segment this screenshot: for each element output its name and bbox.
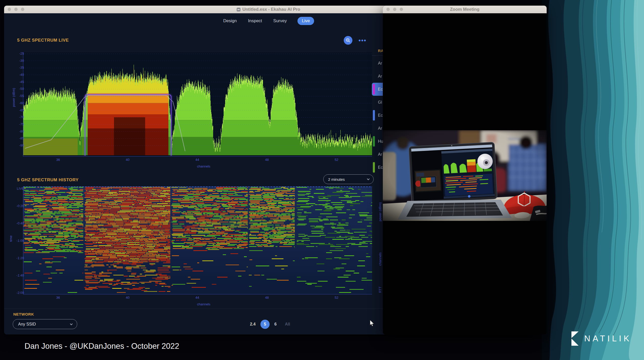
row-label: Ar bbox=[378, 126, 382, 131]
ssid-value: Any SSID bbox=[18, 322, 36, 327]
window-title-text: Zoom Meeting bbox=[450, 7, 479, 12]
natilik-logo: NATILIK bbox=[570, 331, 631, 346]
time-tick-label: -1:20 bbox=[16, 256, 24, 260]
tab-design[interactable]: Design bbox=[223, 17, 237, 25]
y-tick-label: -30 bbox=[19, 59, 24, 63]
y-tick-label: -35 bbox=[19, 66, 24, 69]
spectrum-live-plot[interactable]: 3640444852 bbox=[23, 52, 372, 157]
time-tick-label: -0:40 bbox=[16, 221, 24, 225]
history-y-axis-label: time bbox=[9, 231, 13, 246]
time-tick-label: LIVE bbox=[17, 187, 24, 190]
row-label: Ec bbox=[378, 165, 383, 170]
mouse-cursor bbox=[370, 320, 376, 328]
magnifier-minus-icon bbox=[346, 38, 350, 43]
natilik-logo-mark-icon bbox=[570, 331, 580, 346]
zoom-titlebar[interactable]: Zoom Meeting bbox=[383, 6, 547, 13]
row-label: Ar bbox=[378, 74, 382, 79]
row-label: Ec bbox=[378, 87, 383, 92]
panel-menu-button[interactable]: ••• bbox=[359, 37, 366, 44]
time-tick-label: -1:00 bbox=[16, 239, 24, 243]
x-tick-label: 52 bbox=[335, 296, 338, 299]
live-x-axis-label: channels bbox=[187, 164, 220, 168]
hidden-power-axis-label: power (dBm) bbox=[378, 198, 382, 226]
x-tick-label: 52 bbox=[335, 158, 338, 162]
chevron-down-icon bbox=[367, 178, 370, 181]
row-label: Ec bbox=[378, 113, 383, 118]
hidden-rtt-axis-label: RTT bbox=[378, 283, 382, 296]
band-6-button[interactable]: 6 bbox=[274, 320, 277, 329]
tab-live[interactable]: Live bbox=[297, 17, 314, 25]
row-label: Ar bbox=[378, 152, 382, 157]
time-tick-label: -2:00 bbox=[16, 291, 24, 295]
natilik-logo-text: NATILIK bbox=[584, 334, 631, 343]
document-proxy-icon bbox=[237, 8, 240, 11]
window-title: Zoom Meeting bbox=[383, 6, 547, 13]
tab-survey[interactable]: Survey bbox=[273, 17, 287, 25]
x-tick-label: 40 bbox=[126, 296, 129, 299]
y-tick-label: -90 bbox=[19, 143, 24, 147]
row-color-bar bbox=[373, 162, 375, 173]
spectrum-history-plot[interactable]: 3640444852 bbox=[23, 186, 372, 294]
y-tick-label: -55 bbox=[19, 94, 24, 98]
history-range-select[interactable]: 2 minutes bbox=[323, 174, 374, 184]
y-tick-label: -75 bbox=[19, 122, 24, 126]
zoom-meeting-window: Zoom Meeting bbox=[383, 6, 547, 334]
x-tick-label: 44 bbox=[195, 296, 199, 299]
history-range-value: 2 minutes bbox=[328, 177, 345, 182]
y-tick-label: -40 bbox=[19, 73, 24, 77]
window-title-text: Untitled.esx - Ekahau AI Pro bbox=[242, 7, 300, 12]
hidden-channels-axis-label: channels bbox=[378, 249, 382, 269]
spectrum-history-canvas[interactable] bbox=[23, 186, 372, 294]
y-tick-label: -85 bbox=[19, 136, 24, 140]
x-tick-label: 44 bbox=[195, 158, 199, 162]
row-label: Gl bbox=[378, 100, 382, 105]
y-tick-label: -25 bbox=[19, 52, 24, 55]
band-5-button[interactable]: 5 bbox=[260, 320, 270, 329]
y-tick-label: -45 bbox=[19, 80, 24, 84]
chevron-down-icon bbox=[70, 323, 73, 326]
y-tick-label: -60 bbox=[19, 101, 24, 105]
y-tick-label: -50 bbox=[19, 87, 24, 91]
row-color-bar bbox=[373, 84, 375, 94]
x-tick-label: 48 bbox=[265, 158, 269, 162]
spectrum-live-title: 5 GHZ SPECTRUM LIVE bbox=[17, 38, 69, 43]
row-color-bar bbox=[373, 110, 375, 121]
zoom-out-button[interactable] bbox=[344, 36, 352, 45]
row-label: Hu bbox=[378, 139, 383, 144]
band-2-4-button[interactable]: 2.4 bbox=[250, 320, 256, 329]
speaker-caption: Dan Jones - @UKDanJones - October 2022 bbox=[25, 342, 179, 351]
row-label: Ar bbox=[378, 61, 382, 66]
meeting-video-feed bbox=[383, 130, 547, 221]
y-tick-label: -65 bbox=[19, 108, 24, 112]
x-tick-label: 36 bbox=[56, 296, 60, 299]
tab-inspect[interactable]: Inspect bbox=[248, 17, 263, 25]
spectrum-live-canvas[interactable] bbox=[23, 52, 372, 156]
time-tick-label: -0:20 bbox=[16, 204, 24, 208]
x-tick-label: 36 bbox=[56, 158, 60, 162]
live-y-axis-label: power (dBm) bbox=[12, 83, 16, 112]
time-tick-label: -1:40 bbox=[16, 273, 24, 277]
row-color-bar bbox=[373, 136, 375, 147]
network-label: NETWORK bbox=[13, 312, 34, 316]
x-tick-label: 40 bbox=[126, 158, 129, 162]
history-x-axis-label: channels bbox=[187, 302, 220, 306]
y-tick-label: -80 bbox=[19, 129, 24, 133]
band-all-button[interactable]: All bbox=[285, 320, 290, 329]
topographic-art-background bbox=[542, 0, 644, 360]
x-tick-label: 48 bbox=[265, 296, 269, 299]
spectrum-history-title: 5 GHZ SPECTRUM HISTORY bbox=[17, 177, 79, 183]
y-tick-label: -70 bbox=[19, 115, 24, 119]
ssid-select[interactable]: Any SSID bbox=[13, 319, 77, 329]
